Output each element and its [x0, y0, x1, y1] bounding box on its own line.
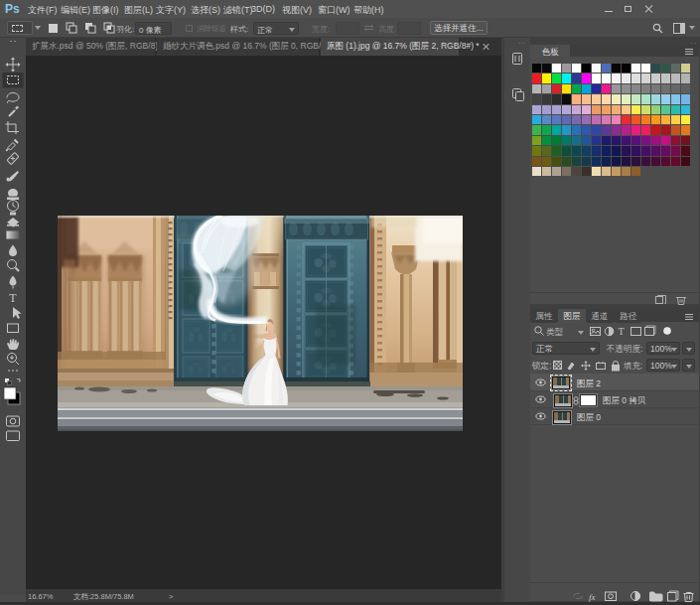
svg-text:T: T — [9, 291, 17, 305]
svg-text:fx: fx — [589, 592, 596, 602]
svg-text:T: T — [619, 326, 625, 337]
